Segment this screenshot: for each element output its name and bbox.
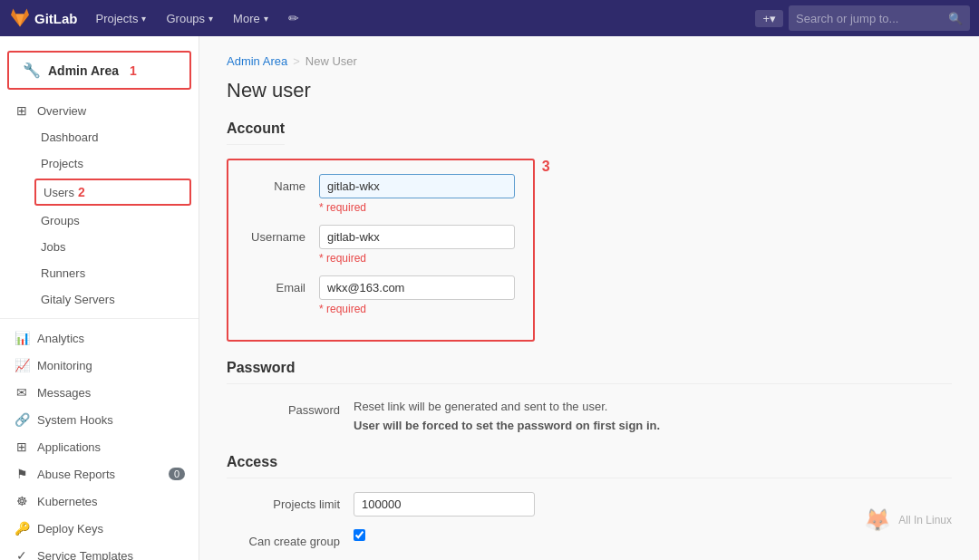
- sidebar-item-service-templates[interactable]: ✓ Service Templates: [0, 542, 199, 560]
- system-hooks-label: System Hooks: [37, 413, 113, 427]
- sidebar-item-monitoring[interactable]: 📈 Monitoring: [0, 352, 199, 379]
- wrench-icon: 🔧: [23, 62, 41, 79]
- sidebar-item-deploy-keys[interactable]: 🔑 Deploy Keys: [0, 515, 199, 542]
- sidebar-item-messages[interactable]: ✉ Messages: [0, 379, 199, 406]
- kubernetes-icon: ☸: [14, 494, 30, 508]
- username-required: * required: [319, 252, 515, 265]
- hooks-icon: 🔗: [14, 412, 30, 427]
- navbar-right: +▾ 🔍: [755, 5, 970, 31]
- sidebar-item-abuse-reports[interactable]: ⚑ Abuse Reports 0: [0, 460, 199, 488]
- more-caret: ▾: [264, 14, 268, 24]
- projects-menu[interactable]: Projects ▾: [87, 0, 156, 36]
- watermark: 🦊 All In Linux: [864, 507, 952, 533]
- access-title: Access: [227, 454, 952, 478]
- breadcrumb-current: New User: [305, 54, 357, 68]
- sidebar-item-overview[interactable]: ⊞ Overview: [0, 97, 199, 124]
- service-templates-label: Service Templates: [37, 549, 133, 561]
- can-create-group-field: [354, 529, 952, 541]
- projects-caret: ▾: [141, 14, 146, 24]
- email-label: Email: [247, 275, 319, 294]
- watermark-logo: 🦊: [864, 507, 891, 533]
- sidebar-item-runners[interactable]: Runners: [27, 260, 199, 286]
- password-info: Reset link will be generated and sent to…: [354, 398, 952, 436]
- keys-icon: 🔑: [14, 521, 30, 536]
- username-input[interactable]: [319, 225, 515, 249]
- can-create-group-checkbox-item: [354, 529, 952, 541]
- sidebar-item-system-hooks[interactable]: 🔗 System Hooks: [0, 406, 199, 433]
- plus-button[interactable]: +▾: [755, 10, 783, 27]
- page-title: New user: [227, 79, 952, 102]
- email-field: * required: [319, 275, 515, 315]
- num1-badge: 1: [130, 63, 137, 78]
- username-label: Username: [247, 225, 319, 244]
- search-box[interactable]: 🔍: [789, 5, 970, 31]
- sidebar-item-groups[interactable]: Groups: [27, 208, 199, 234]
- can-create-group-label: Can create group: [227, 529, 354, 548]
- breadcrumb-sep: >: [293, 54, 300, 68]
- monitoring-icon: 📈: [14, 358, 30, 372]
- projects-limit-group: Projects limit: [227, 492, 952, 517]
- messages-icon: ✉: [14, 385, 30, 400]
- search-icon[interactable]: 🔍: [948, 12, 963, 25]
- projects-limit-label: Projects limit: [227, 492, 354, 511]
- overview-icon: ⊞: [14, 103, 30, 118]
- name-label: Name: [247, 174, 319, 193]
- username-field: * required: [319, 225, 515, 265]
- analytics-label: Analytics: [37, 332, 84, 345]
- overview-label: Overview: [37, 104, 86, 118]
- projects-limit-field: [354, 492, 952, 517]
- brand-logo[interactable]: GitLab: [9, 7, 78, 29]
- groups-caret: ▾: [208, 14, 213, 24]
- sidebar-item-kubernetes[interactable]: ☸ Kubernetes: [0, 488, 199, 515]
- search-input[interactable]: [796, 12, 948, 25]
- more-menu[interactable]: More ▾: [224, 0, 277, 36]
- deploy-keys-label: Deploy Keys: [37, 522, 103, 536]
- account-form-area: Name * required Username * required: [227, 159, 952, 342]
- groups-menu[interactable]: Groups ▾: [157, 0, 222, 36]
- breadcrumb-admin[interactable]: Admin Area: [227, 54, 287, 68]
- sidebar-item-projects[interactable]: Projects: [27, 150, 199, 177]
- abuse-label: Abuse Reports: [37, 468, 115, 481]
- admin-area-label: Admin Area: [48, 63, 119, 78]
- can-create-group-group: Can create group: [227, 529, 952, 548]
- name-required: * required: [319, 201, 515, 214]
- sidebar: 🔧 Admin Area 1 ⊞ Overview Dashboard Proj…: [0, 36, 199, 560]
- analytics-icon: 📊: [14, 331, 30, 345]
- account-title: Account: [227, 121, 285, 145]
- email-required: * required: [319, 303, 515, 315]
- email-input[interactable]: [319, 275, 515, 300]
- email-form-group: Email * required: [247, 275, 515, 315]
- abuse-icon: ⚑: [14, 467, 30, 481]
- service-templates-icon: ✓: [14, 548, 30, 560]
- sidebar-item-jobs[interactable]: Jobs: [27, 234, 199, 260]
- password-title: Password: [227, 360, 952, 384]
- name-form-group: Name * required: [247, 174, 515, 214]
- sidebar-item-dashboard[interactable]: Dashboard: [27, 124, 199, 150]
- monitoring-label: Monitoring: [37, 359, 92, 372]
- projects-limit-input[interactable]: [354, 492, 535, 517]
- name-field: * required: [319, 174, 515, 214]
- messages-label: Messages: [37, 386, 91, 400]
- kubernetes-label: Kubernetes: [37, 495, 98, 508]
- password-form-group: Password Reset link will be generated an…: [227, 398, 952, 436]
- username-form-group: Username * required: [247, 225, 515, 265]
- applications-label: Applications: [37, 440, 101, 454]
- can-create-group-checkbox[interactable]: [354, 529, 365, 541]
- sidebar-item-users[interactable]: Users 2: [34, 179, 191, 206]
- sidebar-item-gitaly[interactable]: Gitaly Servers: [27, 286, 199, 313]
- admin-area-header[interactable]: 🔧 Admin Area 1: [7, 51, 191, 90]
- sidebar-item-applications[interactable]: ⊞ Applications: [0, 433, 199, 460]
- password-field: Reset link will be generated and sent to…: [354, 398, 952, 436]
- main-layout: 🔧 Admin Area 1 ⊞ Overview Dashboard Proj…: [0, 36, 979, 560]
- account-section-header: Account: [227, 121, 952, 159]
- password-label: Password: [227, 398, 354, 417]
- num2-badge: 2: [78, 185, 85, 199]
- name-input[interactable]: [319, 174, 515, 198]
- abuse-count: 0: [169, 468, 185, 480]
- breadcrumb: Admin Area > New User: [227, 54, 952, 68]
- navbar-links: Projects ▾ Groups ▾ More ▾ ✏: [87, 0, 308, 36]
- pencil-icon[interactable]: ✏: [279, 4, 308, 33]
- sidebar-item-analytics[interactable]: 📊 Analytics: [0, 324, 199, 352]
- brand-name: GitLab: [34, 11, 78, 26]
- sidebar-divider-1: [0, 318, 199, 319]
